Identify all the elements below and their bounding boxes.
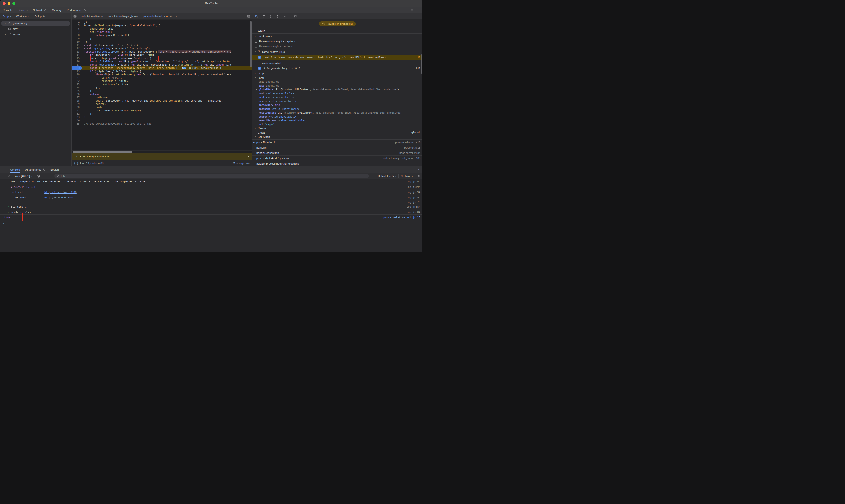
line-number[interactable]: 19: [71, 70, 82, 73]
console-message-2[interactable]: ▲ Next.js 15.2.3log.js:94: [0, 184, 423, 190]
drawer-tab-search[interactable]: Search: [48, 166, 61, 173]
line-number[interactable]: 29: [71, 103, 82, 106]
scope-variable-parsequery[interactable]: parseQuery: true: [252, 103, 423, 107]
section-watch[interactable]: ▸Watch: [252, 28, 423, 34]
coverage-link[interactable]: Coverage: n/a: [233, 162, 250, 164]
close-drawer-icon[interactable]: ×: [414, 166, 423, 173]
line-number[interactable]: 22: [71, 79, 82, 83]
collapse-navigator-icon[interactable]: [71, 13, 78, 19]
breakpoint-file-group-node-internal-url[interactable]: ▾node:internal/url: [252, 60, 423, 66]
scope-variable-this[interactable]: this: undefined: [252, 80, 423, 84]
checkbox[interactable]: [255, 45, 258, 48]
panel-tab-performance[interactable]: Performance: [64, 7, 89, 13]
navigator-menu-kebab-icon[interactable]: ⋮: [63, 13, 71, 19]
console-message-8[interactable]: trueparse-relative-url.js:15: [0, 215, 423, 220]
code-line-27[interactable]: 27 pathname,: [71, 96, 252, 100]
line-number[interactable]: 8: [71, 34, 82, 37]
code-line-6[interactable]: 6 enumerable: true,: [71, 27, 252, 31]
line-number[interactable]: 33: [71, 115, 82, 119]
section-call-stack[interactable]: ▾Call Stack: [252, 135, 423, 140]
code-editor[interactable]: 4});5Object.defineProperty(exports, "par…: [71, 20, 252, 150]
expander-icon[interactable]: ▸: [256, 88, 258, 91]
breakpoint-file-group-parse-relative-url-js[interactable]: ▾parse-relative-url.js: [252, 49, 423, 55]
code-line-31[interactable]: 31 href: href.slice(origin.length): [71, 109, 252, 112]
code-line-15[interactable]: 15 console.log(typeof window === 'undefi…: [71, 57, 252, 60]
call-stack-frame-parserelativeurl[interactable]: ▶parseRelativeUrlparse-relative-url.js:1…: [252, 140, 423, 145]
code-line-30[interactable]: 30 hash,: [71, 106, 252, 109]
breakpoint-checkbox[interactable]: ✓: [258, 67, 261, 70]
live-expression-eye-icon[interactable]: [37, 175, 40, 178]
line-number[interactable]: 32: [71, 112, 82, 115]
message-source-link[interactable]: log.js:84: [404, 211, 420, 214]
editor-tab-node-internal-async-hooks[interactable]: node:internal/async_hooks: [105, 13, 141, 19]
line-number[interactable]: 7: [71, 31, 82, 34]
line-number[interactable]: 5: [71, 24, 82, 28]
code-line-24[interactable]: 24 });: [71, 86, 252, 89]
issues-counter[interactable]: No Issues: [401, 175, 412, 178]
code-line-18[interactable]: 18 const { pathname, searchParams, searc…: [71, 66, 252, 70]
call-stack-frame-handlerequestimpl[interactable]: handleRequestImplbase-server.js:584: [252, 150, 423, 156]
code-line-13[interactable]: 13function parseRelativeUrl(url, base, p…: [71, 50, 252, 54]
call-stack-frame-await-in-processticksandrejections[interactable]: await in processTicksAndRejections: [252, 161, 423, 166]
message-source-link[interactable]: log.js:84: [404, 205, 420, 208]
code-line-22[interactable]: 22 enumerable: false,: [71, 79, 252, 83]
console-message-7[interactable]: ✓ Ready in 51mslog.js:84: [0, 209, 423, 215]
scope-variable-origin[interactable]: origin: <value unavailable>: [252, 99, 423, 103]
code-line-33[interactable]: 33}: [71, 115, 252, 119]
code-line-23[interactable]: 23 configurable: true: [71, 83, 252, 86]
close-tab-icon[interactable]: ×: [170, 15, 172, 18]
console-message-6[interactable]: ✓ Starting...log.js:84: [0, 204, 423, 209]
scope-variable-url[interactable]: url: "/apps": [252, 122, 423, 126]
code-line-28[interactable]: 28 query: parseQuery ? (0, _querystring.…: [71, 99, 252, 103]
scope-variable-searchparams[interactable]: searchParams: <value unavailable>: [252, 119, 423, 122]
message-source-link[interactable]: log.js:84: [404, 180, 420, 183]
scope-variable-search[interactable]: search: <value unavailable>: [252, 114, 423, 119]
breakpoint-entry[interactable]: ✓const { pathname, searchParams, search,…: [252, 55, 423, 60]
code-line-34[interactable]: 34: [71, 119, 252, 122]
breakpoint-checkbox[interactable]: ✓: [258, 56, 261, 59]
log-levels-dropdown[interactable]: Default levels▾: [378, 175, 396, 178]
horizontal-scrollbar[interactable]: [71, 150, 252, 153]
line-number[interactable]: 26: [71, 93, 82, 96]
expand-debugger-sidebar-icon[interactable]: [245, 13, 252, 19]
code-line-21[interactable]: 21 value: "E159",: [71, 76, 252, 80]
exception-option-pause-on-uncaught-exceptions[interactable]: Pause on uncaught exceptions: [252, 39, 423, 44]
scope-variable-globalbase[interactable]: ▸globalBase: URL {#context: URLContext, …: [252, 88, 423, 91]
line-number[interactable]: 31: [71, 109, 82, 112]
code-line-10[interactable]: 10});: [71, 40, 252, 43]
execution-context-selector[interactable]: node[48779]▾: [15, 175, 32, 178]
panel-tab-sources[interactable]: Sources: [15, 7, 30, 13]
expander-icon[interactable]: ▸: [4, 33, 6, 35]
code-line-17[interactable]: 17 const resolvedBase = base ? new URL(b…: [71, 63, 252, 67]
code-line-29[interactable]: 29 search,: [71, 103, 252, 106]
scope-local-header[interactable]: ▾Local: [252, 76, 423, 80]
expander-icon[interactable]: ▸: [4, 22, 6, 25]
panel-tab-console[interactable]: Console: [0, 7, 15, 13]
message-source-link[interactable]: log.js:79: [404, 201, 420, 203]
code-line-5[interactable]: 5Object.defineProperty(exports, "parseRe…: [71, 24, 252, 28]
line-number[interactable]: 16: [71, 60, 82, 63]
sidebar-scrollbar[interactable]: [421, 54, 422, 74]
expander-icon[interactable]: ▾: [254, 51, 256, 53]
navigator-tab-scripts[interactable]: Scripts: [0, 13, 14, 19]
step-button[interactable]: [283, 15, 286, 18]
code-line-16[interactable]: 16 const globalBase = new URL(typeof win…: [71, 60, 252, 63]
console-message-4[interactable]: - Network: http://0.0.0.0:3000log.js:94: [0, 195, 423, 200]
close-icon[interactable]: ×: [247, 155, 249, 158]
console-sidebar-toggle-icon[interactable]: [2, 175, 5, 178]
console-message-3[interactable]: - Local: http://localhost:3000log.js:94: [0, 190, 423, 195]
line-number[interactable]: 24: [71, 86, 82, 89]
line-number[interactable]: 9: [71, 37, 82, 40]
navigator-tab-workspace[interactable]: Workspace: [14, 13, 32, 19]
line-number[interactable]: 13: [71, 50, 82, 54]
line-number[interactable]: 14: [71, 53, 82, 57]
message-source-link[interactable]: log.js:94: [404, 185, 420, 188]
call-stack-frame-parseurl[interactable]: parseUrlparse-url.js:15: [252, 145, 423, 150]
drawer-tab-console[interactable]: Console: [7, 166, 22, 173]
console-prompt[interactable]: ›: [0, 220, 423, 226]
code-line-8[interactable]: 8 return parseRelativeUrl;: [71, 34, 252, 37]
scope-variable-hash[interactable]: hash: <value unavailable>: [252, 91, 423, 95]
panel-tab-network[interactable]: Network: [30, 7, 49, 13]
line-number[interactable]: 17: [71, 63, 82, 67]
line-number[interactable]: 21: [71, 76, 82, 80]
